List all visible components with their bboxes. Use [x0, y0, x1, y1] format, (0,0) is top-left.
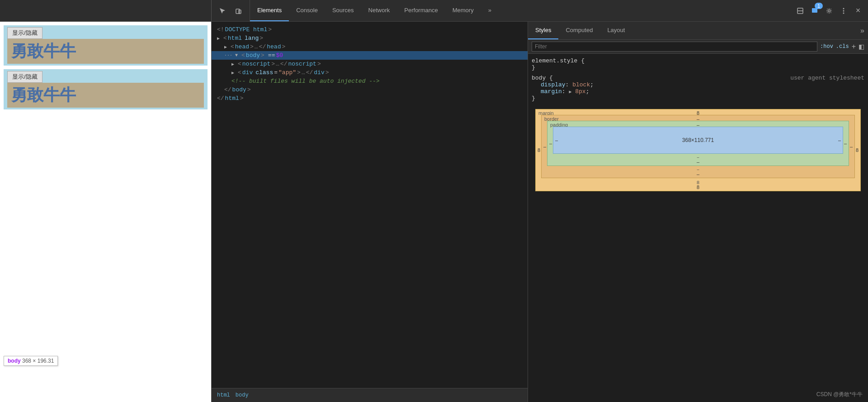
tab-more[interactable]: » [481, 0, 499, 21]
svg-point-5 [828, 9, 830, 12]
box-margin-left: 8 [538, 147, 540, 153]
styles-filter-hov[interactable]: :hov [820, 43, 833, 50]
devtools-tabs: Elements Console Sources Network Perform… [250, 0, 790, 21]
svg-point-6 [843, 8, 844, 9]
box-padding-bottom: – [697, 159, 699, 165]
preview-panel: 显示/隐藏 勇敢牛牛 显示/隐藏 勇敢牛牛 body 368 × 196.31 [0, 22, 212, 402]
dom-content: <!DOCTYPE html> ▶ <html lang > ▶ <head> … [212, 22, 528, 388]
settings-icon[interactable] [823, 5, 835, 17]
body-margin-prop: margin: ▶ 8px; [541, 88, 864, 95]
dom-line-body-close[interactable]: </body> [212, 85, 528, 94]
styles-content: element.style { } body { user agent styl… [528, 54, 868, 402]
breadcrumb-html[interactable]: html [217, 392, 230, 398]
dom-line-head[interactable]: ▶ <head> … </head> [212, 43, 528, 51]
style-tab-computed[interactable]: Computed [558, 22, 600, 39]
preview-section-2: 显示/隐藏 勇敢牛牛 [4, 69, 208, 109]
device-toggle-icon[interactable] [231, 4, 246, 18]
dom-line-html[interactable]: ▶ <html lang > [212, 34, 528, 43]
styles-add-rule[interactable]: + [852, 43, 856, 51]
dom-line-body[interactable]: ··· ▼ <body> == $0 [212, 51, 528, 60]
dom-line-div[interactable]: ▶ <div class="app" > … </div> [212, 68, 528, 77]
svg-point-8 [843, 12, 844, 14]
heading-1: 勇敢牛牛 [11, 42, 200, 61]
body-rule-selector: body { user agent stylesheet [532, 75, 864, 81]
body-rule: body { user agent stylesheet display: bl… [532, 75, 864, 102]
devtools-topbar: Elements Console Sources Network Perform… [0, 0, 868, 22]
more-options-icon[interactable] [837, 5, 850, 17]
tab-performance[interactable]: Performance [397, 0, 445, 21]
element-style-close: } [532, 64, 864, 71]
tooltip-element-name: body [8, 358, 21, 364]
cursor-icon[interactable] [215, 4, 230, 18]
toggle-btn-2[interactable]: 显示/隐藏 [7, 71, 42, 83]
devtools-right-icons: 1 × [790, 0, 868, 21]
preview-section-1: 显示/隐藏 勇敢牛牛 [4, 25, 208, 66]
svg-point-7 [843, 10, 844, 11]
styles-tabs: Styles Computed Layout » [528, 22, 868, 40]
box-content-left-dash: – [555, 137, 558, 143]
box-border-right: – [850, 144, 853, 149]
box-margin: margin 8 8 8 8 border – – – – padding – [535, 109, 861, 191]
box-content-dimensions: 368×110.771 [680, 135, 716, 145]
box-margin-bottom: 8 [697, 184, 699, 190]
styles-collapse-icon[interactable]: ◧ [859, 43, 864, 50]
style-tab-layout[interactable]: Layout [600, 22, 632, 39]
box-model-diagram: margin 8 8 8 8 border – – – – padding – [535, 109, 861, 191]
dom-line-doctype[interactable]: <!DOCTYPE html> [212, 25, 528, 34]
devtools-dock-icon[interactable] [794, 5, 807, 17]
heading-2: 勇敢牛牛 [11, 85, 200, 105]
style-tab-styles[interactable]: Styles [528, 22, 558, 39]
preview-content: 显示/隐藏 勇敢牛牛 显示/隐藏 勇敢牛牛 [0, 22, 211, 402]
feedback-badge[interactable]: 1 [808, 5, 821, 17]
styles-filter-bar: :hov .cls + ◧ [528, 40, 868, 54]
body-display-prop: display: block; [541, 81, 864, 88]
styles-filter-input[interactable] [532, 42, 817, 52]
dom-line-noscript[interactable]: ▶ <noscript> … </noscript> [212, 60, 528, 68]
box-content: – 368×110.771 – [553, 127, 843, 154]
body-rule-close: } [532, 95, 864, 102]
badge-count: 1 [815, 3, 823, 9]
box-padding-left: – [549, 141, 552, 146]
close-devtools-icon[interactable]: × [852, 5, 864, 17]
style-tab-more[interactable]: » [857, 22, 868, 39]
tan-bg-2: 勇敢牛牛 [7, 83, 204, 108]
dom-panel: <!DOCTYPE html> ▶ <html lang > ▶ <head> … [212, 22, 528, 402]
tab-memory[interactable]: Memory [445, 0, 481, 21]
tab-elements[interactable]: Elements [250, 0, 289, 21]
element-style-rule: element.style { } [532, 57, 864, 71]
toggle-btn-1[interactable]: 显示/隐藏 [7, 27, 42, 39]
box-content-right-dash: – [838, 137, 841, 143]
box-padding-right: – [844, 141, 847, 146]
tooltip-dimensions: 368 × 196.31 [22, 358, 54, 364]
dom-line-html-close[interactable]: </html> [212, 94, 528, 103]
breadcrumb-body[interactable]: body [236, 392, 249, 398]
styles-panel: Styles Computed Layout » :hov .cls + ◧ e… [528, 22, 868, 402]
box-border-bottom: – [697, 171, 699, 177]
dom-line-comment: <!-- built files will be auto injected -… [212, 77, 528, 85]
box-border-left: – [543, 144, 546, 149]
box-margin-right: 8 [856, 147, 859, 153]
dom-breadcrumb: html body [212, 388, 528, 402]
csdn-footer: CSDN @勇敢*牛牛 [816, 391, 863, 398]
box-padding: padding – – – – – 368×110.771 – – [547, 121, 849, 166]
devtools-main: 显示/隐藏 勇敢牛牛 显示/隐藏 勇敢牛牛 body 368 × 196.31 … [0, 22, 868, 402]
body-tooltip: body 368 × 196.31 [4, 356, 58, 366]
tab-console[interactable]: Console [289, 0, 325, 21]
element-style-selector: element.style { [532, 57, 864, 64]
tab-network[interactable]: Network [361, 0, 397, 21]
tab-sources[interactable]: Sources [325, 0, 361, 21]
devtools-icon-bar [212, 0, 250, 21]
tan-bg-1: 勇敢牛牛 [7, 39, 204, 64]
box-border: border – – – – padding – – – – – [541, 115, 855, 178]
styles-filter-cls[interactable]: .cls [836, 43, 849, 50]
